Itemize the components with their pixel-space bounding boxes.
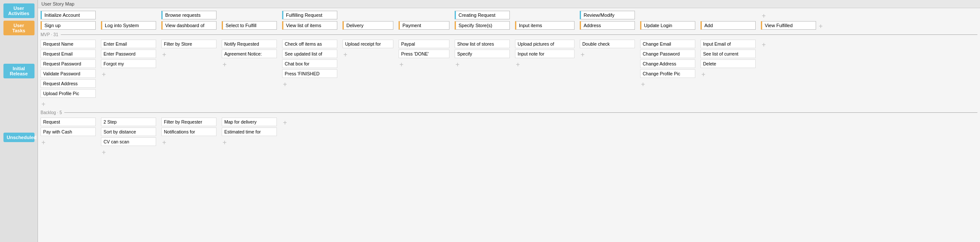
story-upload-profile-pic[interactable]: Upload Profile Pic [41, 89, 96, 98]
story-change-email[interactable]: Change Email [640, 40, 695, 48]
add-backlog-col2[interactable]: + [101, 149, 107, 156]
backlog-col-4: Map for delivery Estimated time for + [222, 118, 277, 146]
story-request-address[interactable]: Request Address [41, 79, 96, 88]
add-story-col7[interactable]: + [399, 61, 404, 68]
backlog-sort-distance[interactable]: Sort by distance [101, 127, 156, 136]
stories-col-12: Input Email of See list of current Delet… [700, 40, 756, 78]
story-request-email[interactable]: Request Email [41, 50, 96, 58]
backlog-map-delivery[interactable]: Map for delivery [222, 118, 277, 126]
task-log-into-system[interactable]: Log into System [101, 21, 156, 30]
tasks-row: Sign up Log into System View dashboard o… [41, 21, 977, 30]
add-story-col4[interactable]: + [222, 61, 227, 68]
stories-col-1: Request Name Request Email Request Passw… [41, 40, 96, 108]
epic-creating-request[interactable]: Creating Request [455, 11, 510, 19]
task-payment[interactable]: Payment [399, 21, 449, 30]
story-check-off-items[interactable]: Check off items as [282, 40, 337, 48]
story-agreement-notice[interactable]: Agreement Notice: [222, 50, 277, 58]
story-enter-password[interactable]: Enter Password [101, 50, 156, 58]
stories-col-13: + [761, 40, 816, 48]
story-forgot-my[interactable]: Forgot my [101, 59, 156, 68]
backlog-pay-cash[interactable]: Pay with Cash [41, 127, 96, 136]
add-story-col8[interactable]: + [455, 61, 460, 68]
story-chat-box-for[interactable]: Chat box for [282, 59, 337, 68]
stories-col-4: Notify Requested Agreement Notice: + [222, 40, 277, 68]
story-press-done[interactable]: Press 'DONE' [399, 50, 449, 58]
backlog-2step[interactable]: 2 Step [101, 118, 156, 126]
story-see-list-current[interactable]: See list of current [700, 50, 756, 58]
story-see-updated-list[interactable]: See updated list of [282, 50, 337, 58]
stories-col-7: Paypal Press 'DONE' + [399, 40, 449, 68]
sidebar-user-tasks[interactable]: User Tasks [3, 21, 35, 35]
add-epic-button[interactable]: + [761, 12, 766, 19]
task-delivery[interactable]: Delivery [342, 21, 393, 30]
epic-fulfilling-request[interactable]: Fulfilling Request [282, 11, 337, 19]
stories-col-9: Upload pictures of Input note for + [515, 40, 575, 68]
add-backlog-col1[interactable]: + [41, 139, 46, 146]
backlog-estimated-time[interactable]: Estimated time for [222, 127, 277, 136]
sidebar: User Activities User Tasks Initial Relea… [0, 0, 38, 242]
backlog-cv-scan[interactable]: CV can scan [101, 137, 156, 146]
story-change-password[interactable]: Change Password [640, 50, 695, 58]
epic-initialize-account[interactable]: Initialize Account [41, 11, 96, 19]
sidebar-unscheduled[interactable]: Unscheduled [3, 133, 35, 142]
add-task-button[interactable]: + [818, 23, 823, 30]
backlog-label: Backlog · 5 [41, 110, 62, 115]
backlog-section: Request Pay with Cash + 2 Step Sort by d… [41, 118, 977, 156]
story-upload-pictures[interactable]: Upload pictures of [515, 40, 575, 48]
add-backlog-col4[interactable]: + [222, 139, 227, 146]
task-input-items[interactable]: Input items [515, 21, 575, 30]
backlog-request[interactable]: Request [41, 118, 96, 126]
story-input-email-of[interactable]: Input Email of [700, 40, 756, 48]
story-validate-password[interactable]: Validate Password [41, 69, 96, 78]
story-specify[interactable]: Specify [455, 50, 510, 58]
add-story-col6[interactable]: + [342, 51, 348, 58]
add-backlog-col3[interactable]: + [161, 139, 167, 146]
mvp-label: MVP · 31 [41, 32, 58, 37]
story-input-note-for[interactable]: Input note for [515, 50, 575, 58]
story-enter-email[interactable]: Enter Email [101, 40, 156, 48]
task-update-login[interactable]: Update Login [640, 21, 695, 30]
add-story-col13[interactable]: + [761, 41, 766, 48]
story-show-list-stores[interactable]: Show list of stores [455, 40, 510, 48]
backlog-col-1: Request Pay with Cash + [41, 118, 96, 146]
story-double-check[interactable]: Double check [580, 40, 635, 48]
add-story-col12[interactable]: + [700, 71, 706, 78]
story-request-name[interactable]: Request Name [41, 40, 96, 48]
task-specify-stores[interactable]: Specify Store(s) [455, 21, 510, 30]
story-notify-requested[interactable]: Notify Requested [222, 40, 277, 48]
add-story-col5[interactable]: + [282, 81, 288, 88]
task-view-fulfilled[interactable]: View Fulfilled [761, 21, 816, 30]
backlog-filter-requester[interactable]: Filter by Requester [161, 118, 217, 126]
sidebar-initial-release[interactable]: Initial Release [3, 64, 35, 78]
epics-row: Initialize Account Browse requests Fulfi… [41, 11, 977, 19]
story-change-profile-pic[interactable]: Change Profile Pic [640, 69, 695, 78]
stories-col-5: Check off items as See updated list of C… [282, 40, 337, 88]
story-upload-receipt[interactable]: Upload receipt for [342, 40, 393, 48]
story-request-password[interactable]: Request Password [41, 59, 96, 68]
story-delete[interactable]: Delete [700, 59, 756, 68]
story-press-finished[interactable]: Press 'FINISHED [282, 69, 337, 78]
sidebar-user-activities[interactable]: User Activities [3, 3, 35, 18]
add-story-col2[interactable]: + [101, 71, 107, 78]
add-story-col10[interactable]: + [580, 51, 585, 58]
add-backlog-col5[interactable]: + [282, 119, 288, 126]
epic-browse-requests[interactable]: Browse requests [161, 11, 217, 19]
task-address[interactable]: Address [580, 21, 635, 30]
story-paypal[interactable]: Paypal [399, 40, 449, 48]
epic-review-modify[interactable]: Review/Modify [580, 11, 635, 19]
story-change-address[interactable]: Change Address [640, 59, 695, 68]
add-story-col9[interactable]: + [515, 61, 521, 68]
task-sign-up[interactable]: Sign up [41, 21, 96, 30]
stories-col-3: Filter by Store + [161, 40, 217, 58]
story-filter-by-store[interactable]: Filter by Store [161, 40, 217, 48]
backlog-notifications[interactable]: Notifications for [161, 127, 217, 136]
add-story-col11[interactable]: + [640, 81, 646, 88]
add-story-col3[interactable]: + [161, 51, 167, 58]
add-story-col1[interactable]: + [41, 101, 46, 108]
stories-col-6: Upload receipt for + [342, 40, 393, 58]
task-add[interactable]: Add [700, 21, 756, 30]
map-body: Initialize Account Browse requests Fulfi… [38, 8, 980, 242]
task-select-to-fulfill[interactable]: Select to Fulfill [222, 21, 277, 30]
task-view-dashboard[interactable]: View dashboard of [161, 21, 217, 30]
task-view-list-items[interactable]: View list of items [282, 21, 337, 30]
